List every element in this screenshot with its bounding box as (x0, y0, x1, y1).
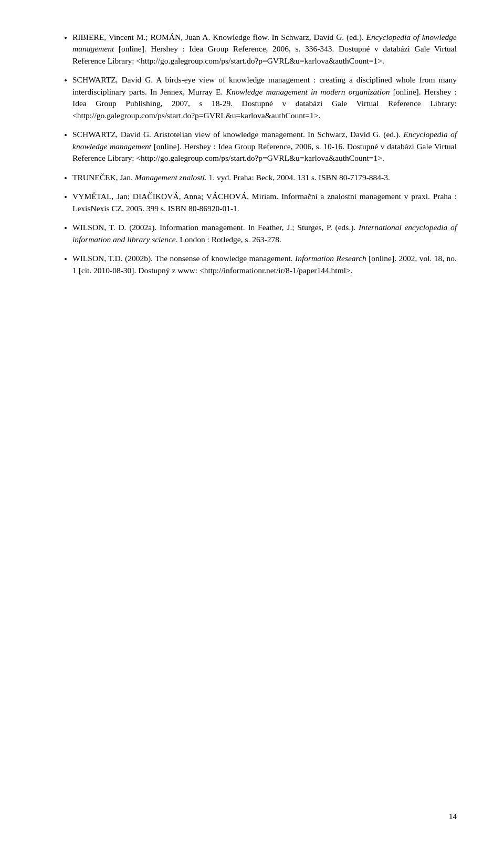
list-item: SCHWARTZ, David G. Aristotelian view of … (72, 129, 457, 164)
reference-text: WILSON, T. D. (2002a). Information manag… (72, 223, 457, 243)
reference-text: RIBIERE, Vincent M.; ROMÁN, Juan A. Know… (72, 33, 457, 65)
list-item: WILSON, T.D. (2002b). The nonsense of kn… (72, 253, 457, 276)
reference-link[interactable]: <http://informationr.net/ir/8-1/paper144… (200, 266, 351, 275)
italic-title: International encyclopedia of informatio… (72, 223, 457, 243)
page-container: RIBIERE, Vincent M.; ROMÁN, Juan A. Know… (0, 0, 504, 849)
reference-text: TRUNEČEK, Jan. Management znalostí. 1. v… (72, 173, 390, 182)
list-item: WILSON, T. D. (2002a). Information manag… (72, 222, 457, 245)
reference-text: WILSON, T.D. (2002b). The nonsense of kn… (72, 254, 457, 274)
list-item: TRUNEČEK, Jan. Management znalostí. 1. v… (72, 172, 457, 183)
italic-title: Management znalostí. (135, 173, 207, 182)
page-number: 14 (449, 811, 457, 823)
list-item: VYMĚTAL, Jan; DIAČIKOVÁ, Anna; VÁCHOVÁ, … (72, 191, 457, 214)
reference-text: SCHWARTZ, David G. A birds-eye view of k… (72, 75, 457, 119)
italic-title: Knowledge management in modern organizat… (226, 87, 390, 96)
list-item: SCHWARTZ, David G. A birds-eye view of k… (72, 74, 457, 121)
italic-title: Encyclopedia of knowledge management (72, 130, 457, 150)
reference-list: RIBIERE, Vincent M.; ROMÁN, Juan A. Know… (58, 32, 457, 276)
list-item: RIBIERE, Vincent M.; ROMÁN, Juan A. Know… (72, 32, 457, 67)
reference-text: VYMĚTAL, Jan; DIAČIKOVÁ, Anna; VÁCHOVÁ, … (72, 192, 457, 212)
italic-title: Encyclopedia of knowledge management (72, 33, 457, 53)
reference-text: SCHWARTZ, David G. Aristotelian view of … (72, 130, 457, 162)
italic-title: Information Research (295, 254, 366, 263)
